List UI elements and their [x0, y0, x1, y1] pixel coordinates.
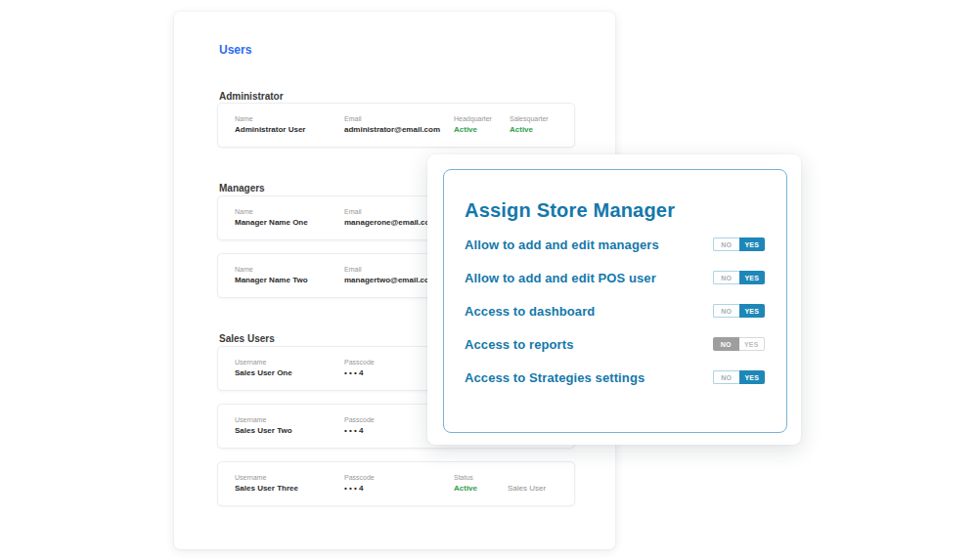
status-badge: Active	[454, 125, 492, 134]
toggle-no-option[interactable]: NO	[713, 304, 739, 318]
toggle-no-option[interactable]: NO	[713, 237, 739, 251]
field-value: Sales User Two	[235, 426, 292, 435]
toggle-row-access-strategies-settings: Access to Strategies settings NO YES	[465, 369, 765, 385]
field-value: • • • 4	[344, 484, 375, 493]
assign-store-manager-modal: Assign Store Manager Allow to add and ed…	[427, 154, 801, 445]
name-field: Name Manager Name One	[235, 208, 308, 227]
user-role-label: Sales User	[508, 484, 546, 493]
passcode-field: Passcode • • • 4	[344, 474, 375, 493]
field-label: Username	[235, 416, 292, 423]
field-value: administrator@email.com	[344, 125, 440, 134]
field-label: Headquarter	[454, 115, 492, 122]
toggle-yes-option[interactable]: YES	[739, 304, 766, 318]
no-yes-toggle[interactable]: NO YES	[713, 271, 765, 284]
field-value: managerone@email.com	[344, 218, 437, 227]
field-value: Manager Name One	[235, 218, 308, 227]
no-yes-toggle[interactable]: NO YES	[713, 304, 765, 318]
email-field: Email administrator@email.com	[344, 115, 440, 134]
toggle-row-label: Allow to add and edit managers	[465, 237, 659, 252]
username-field: Username Sales User One	[235, 359, 292, 377]
email-field: Email managertwo@email.com	[344, 266, 436, 284]
field-label: Email	[344, 208, 437, 215]
field-label: Passcode	[344, 359, 375, 366]
field-label: Name	[235, 208, 308, 215]
toggle-row-add-edit-managers: Allow to add and edit managers NO YES	[465, 237, 765, 252]
field-value: • • • 4	[344, 426, 375, 435]
section-heading-managers: Managers	[219, 183, 265, 194]
section-heading-sales-users: Sales Users	[219, 333, 275, 344]
status-badge: Active	[510, 125, 549, 134]
field-label: Email	[344, 266, 436, 273]
toggle-yes-option[interactable]: YES	[739, 337, 766, 351]
name-field: Name Administrator User	[235, 115, 305, 134]
toggle-yes-option[interactable]: YES	[739, 370, 766, 384]
toggle-row-label: Allow to add and edit POS user	[465, 271, 656, 285]
field-value: Manager Name Two	[235, 276, 308, 284]
username-field: Username Sales User Two	[235, 416, 292, 435]
toggle-row-access-dashboard: Access to dashboard NO YES	[465, 303, 765, 319]
salesquarter-field: Salesquarter Active	[510, 115, 549, 134]
passcode-field: Passcode • • • 4	[344, 359, 375, 377]
field-value: Sales User Three	[235, 484, 298, 493]
field-label: Salesquarter	[510, 115, 549, 122]
email-field: Email managerone@email.com	[344, 208, 437, 227]
admin-user-card[interactable]: Name Administrator User Email administra…	[217, 103, 575, 148]
field-label: Username	[235, 474, 298, 481]
field-label: Name	[235, 115, 305, 122]
modal-title: Assign Store Manager	[465, 199, 675, 222]
headquarter-field: Headquarter Active	[454, 115, 492, 134]
no-yes-toggle[interactable]: NO YES	[713, 237, 765, 251]
field-label: Email	[344, 115, 440, 122]
sales-user-card[interactable]: Username Sales User Three Passcode • • •…	[217, 461, 575, 506]
page-title: Users	[219, 43, 251, 57]
toggle-yes-option[interactable]: YES	[739, 237, 766, 251]
toggle-row-access-reports: Access to reports NO YES	[465, 336, 765, 352]
toggle-no-option[interactable]: NO	[713, 271, 739, 284]
toggle-no-option[interactable]: NO	[713, 337, 739, 351]
toggle-yes-option[interactable]: YES	[739, 271, 766, 284]
field-value: Administrator User	[235, 125, 305, 134]
field-label: Passcode	[344, 416, 375, 423]
username-field: Username Sales User Three	[235, 474, 298, 493]
field-value: managertwo@email.com	[344, 276, 436, 284]
field-label: Name	[235, 266, 308, 273]
passcode-field: Passcode • • • 4	[344, 416, 375, 435]
modal-inner-frame: Assign Store Manager Allow to add and ed…	[443, 169, 787, 433]
name-field: Name Manager Name Two	[235, 266, 308, 284]
no-yes-toggle[interactable]: NO YES	[713, 370, 765, 384]
field-label: Passcode	[344, 474, 375, 481]
field-label: Username	[235, 359, 292, 366]
no-yes-toggle[interactable]: NO YES	[713, 337, 765, 351]
status-badge: Active	[454, 484, 477, 493]
field-label: Status	[454, 474, 477, 481]
section-heading-administrator: Administrator	[219, 91, 284, 102]
field-value: Sales User One	[235, 368, 292, 377]
status-field: Status Active	[454, 474, 477, 493]
toggle-row-label: Access to dashboard	[465, 304, 595, 319]
toggle-no-option[interactable]: NO	[713, 370, 739, 384]
field-value: • • • 4	[344, 368, 375, 377]
toggle-row-add-edit-pos-user: Allow to add and edit POS user NO YES	[465, 270, 765, 285]
toggle-row-label: Access to reports	[465, 337, 574, 352]
toggle-row-label: Access to Strategies settings	[465, 370, 645, 385]
